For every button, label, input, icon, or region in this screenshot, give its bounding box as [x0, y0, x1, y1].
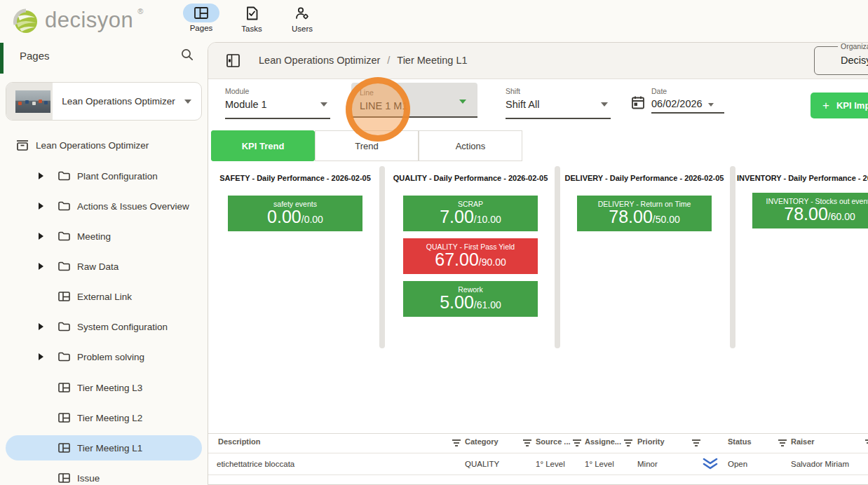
sidebar-item-actions-issues-overview[interactable]: Actions & Issues Overview	[0, 196, 208, 217]
cell-source: 1° Level	[536, 460, 565, 468]
logo-text: decisyon	[45, 6, 133, 34]
folder-icon	[58, 231, 70, 241]
expand-caret-icon[interactable]	[39, 233, 43, 240]
module-select[interactable]: Module Module 1	[225, 87, 330, 119]
column-scrollbar[interactable]	[555, 166, 560, 348]
chevron-down-icon	[184, 100, 191, 104]
shift-select-value: Shift All	[506, 99, 611, 110]
sidebar-item-system-configuration[interactable]: System Configuration	[0, 316, 208, 337]
organization-label: Organization	[838, 42, 868, 50]
tab-trend[interactable]: Trend	[315, 130, 419, 161]
sidebar-item-label: Raw Data	[77, 261, 118, 272]
breadcrumb-current: Tier Meeting L1	[397, 55, 467, 66]
shift-select[interactable]: Shift Shift All	[506, 87, 611, 119]
kpi-card-value: 67.00	[435, 251, 479, 268]
decisyon-logo: decisyon ®	[11, 6, 143, 36]
tab-kpi-trend[interactable]: KPI Trend	[211, 130, 315, 161]
nav-pages[interactable]: Pages	[179, 4, 224, 32]
page-icon	[58, 383, 70, 392]
kpi-card-rework[interactable]: Rework 5.00 /61.00	[403, 281, 538, 317]
sidebar-item-plant-configuration[interactable]: Plant Configuration	[0, 165, 208, 186]
sidebar-item-meeting[interactable]: Meeting	[0, 226, 208, 247]
workspace-selector[interactable]: Lean Operations Optimizer	[6, 82, 202, 121]
kpi-card-target: /60.00	[828, 208, 855, 225]
col-header-status[interactable]: Status	[728, 437, 752, 446]
expand-caret-icon[interactable]	[39, 353, 43, 360]
calendar-icon	[632, 96, 644, 109]
chevron-down-icon	[459, 100, 466, 104]
search-icon[interactable]	[181, 48, 194, 61]
breadcrumb: Lean Operations Optimizer / Tier Meeting…	[259, 55, 468, 66]
workspace-thumbnail	[15, 90, 50, 113]
sidebar-item-problem-solving[interactable]: Problem solving	[0, 346, 208, 367]
line-select[interactable]: Line LINE 1 M1	[351, 83, 477, 118]
filter-icon[interactable]	[623, 439, 632, 446]
kpi-card-target: /10.00	[474, 211, 501, 228]
expand-caret-icon[interactable]	[39, 172, 43, 179]
filter-icon[interactable]	[452, 439, 461, 446]
organization-field[interactable]: Organization Decisyon	[814, 46, 868, 75]
sidebar-item-raw-data[interactable]: Raw Data	[0, 256, 208, 277]
date-value: 06/02/2026	[651, 98, 703, 109]
folder-icon	[58, 171, 70, 181]
priority-double-chevron-icon[interactable]	[701, 458, 719, 470]
expand-caret-icon[interactable]	[39, 203, 43, 210]
filter-icon[interactable]	[572, 439, 581, 446]
logo-registered-mark: ®	[137, 6, 143, 16]
tab-actions[interactable]: Actions	[419, 130, 522, 161]
sidebar-item-tier-meeting-l1[interactable]: Tier Meeting L1	[6, 435, 202, 460]
filter-icon[interactable]	[691, 439, 700, 446]
module-select-label: Module	[225, 87, 330, 95]
sidebar-item-tier-meeting-l2[interactable]: Tier Meeting L2	[0, 407, 208, 428]
nav-users-label: Users	[280, 25, 325, 33]
kpi-column-delivery: DELIVERY - Daily Performance - 2026-02-0…	[560, 161, 728, 399]
cell-description[interactable]: etichettatrice bloccata	[217, 460, 294, 468]
col-header-category[interactable]: Category	[465, 437, 499, 446]
nav-users[interactable]: Users	[280, 4, 325, 33]
nav-tasks[interactable]: Tasks	[229, 4, 274, 33]
sidebar-item-external-link[interactable]: External Link	[0, 286, 208, 307]
column-scrollbar[interactable]	[730, 166, 735, 348]
module-select-value: Module 1	[225, 99, 330, 110]
expand-caret-icon[interactable]	[39, 263, 43, 270]
kpi-card-safety-events[interactable]: safety events 0.00 /0.00	[228, 196, 362, 231]
tree-root-label: Lean Operations Optimizer	[36, 140, 149, 151]
pages-active-pill	[183, 4, 219, 22]
plus-icon: +	[822, 100, 829, 111]
col-header-priority[interactable]: Priority	[637, 437, 665, 446]
pages-icon	[194, 7, 208, 19]
folder-icon	[58, 201, 70, 211]
cell-status: Open	[728, 460, 747, 468]
col-header-raiser[interactable]: Raiser	[791, 437, 815, 446]
collapse-sidebar-icon[interactable]	[226, 54, 240, 67]
sidebar-item-issue[interactable]: Issue	[0, 467, 208, 485]
decisyon-logo-icon	[11, 6, 41, 36]
sidebar-item-label: Tier Meeting L3	[77, 383, 142, 393]
kpi-card-stocks-out[interactable]: INVENTORY - Stocks out events 78.00 /60.…	[752, 193, 868, 228]
breadcrumb-parent[interactable]: Lean Operations Optimizer	[259, 55, 380, 66]
filter-icon[interactable]	[778, 439, 787, 446]
date-picker[interactable]: Date 06/02/2026	[632, 87, 724, 114]
kpi-card-first-pass-yield[interactable]: QUALITY - First Pass Yield 67.00 /90.00	[403, 238, 538, 274]
kpi-card-target: /50.00	[653, 211, 680, 228]
sidebar-item-tier-meeting-l3[interactable]: Tier Meeting L3	[0, 377, 208, 398]
folder-icon	[58, 352, 70, 362]
shift-select-label: Shift	[506, 87, 611, 95]
kpi-card-scrap[interactable]: SCRAP 7.00 /10.00	[403, 196, 538, 231]
col-header-assignee[interactable]: Assigne...	[585, 437, 621, 446]
tree-root-lean-operations-optimizer[interactable]: Lean Operations Optimizer	[0, 135, 208, 156]
expand-caret-icon[interactable]	[39, 323, 43, 330]
filter-icon[interactable]	[864, 439, 868, 446]
tab-trend-label: Trend	[355, 141, 378, 151]
kpi-card-return-on-time[interactable]: DELIVERY - Return on Time 78.00 /50.00	[577, 196, 712, 231]
col-header-source[interactable]: Source ...	[536, 437, 571, 446]
breadcrumb-bar: Lean Operations Optimizer / Tier Meeting…	[208, 43, 868, 79]
date-label: Date	[651, 87, 724, 95]
column-scrollbar[interactable]	[379, 166, 385, 348]
page-icon	[58, 292, 70, 301]
col-header-description[interactable]: Description	[218, 437, 261, 446]
filter-icon[interactable]	[522, 439, 531, 446]
kpi-card-target: /90.00	[479, 254, 506, 271]
kpi-import-button[interactable]: + KPI Import	[811, 93, 868, 118]
main-panel: Lean Operations Optimizer / Tier Meeting…	[208, 42, 868, 485]
